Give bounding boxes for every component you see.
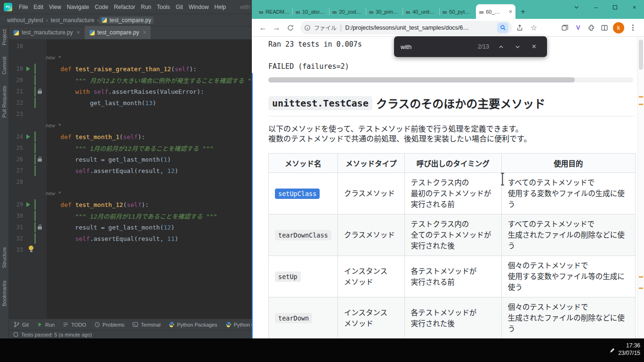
url-text[interactable]: D:/projects/lessons/unit_test_samples/do… [345, 25, 494, 31]
menu-dots-icon[interactable] [626, 21, 639, 35]
code-line-18[interactable]: 18 [9, 41, 252, 52]
menu-tools[interactable]: Tools [154, 4, 173, 10]
toolbar-python-packages[interactable]: Python Packages [169, 321, 217, 328]
browser-tab[interactable]: m10_abo… [292, 4, 329, 19]
browser-tab[interactable]: m60_…× [476, 4, 515, 19]
run-test-icon[interactable] [26, 202, 30, 207]
tool-window-button-commit[interactable]: Commit [1, 57, 7, 74]
address-bar[interactable]: ファイル | D:/projects/lessons/unit_test_sam… [300, 21, 512, 34]
maximize-icon[interactable] [605, 0, 625, 14]
status-widget-icon[interactable] [14, 332, 18, 337]
menu-code[interactable]: Code [92, 4, 111, 10]
breadcrumb-item[interactable]: test_compare.py [99, 16, 153, 24]
menu-navigate[interactable]: Navigate [64, 4, 92, 10]
taskbar-clock[interactable]: 17:36 23/07/15 [618, 342, 640, 357]
horizontal-scrollbar[interactable] [268, 77, 633, 82]
code-line-26[interactable]: 26 result = get_last_month(1) [9, 154, 252, 165]
new-tab-button[interactable]: + [517, 4, 529, 19]
horizontal-scrollbar-thumb[interactable] [268, 77, 575, 82]
tool-window-button-pull-requests[interactable]: Pull Requests [1, 86, 7, 118]
browser-tab[interactable]: mREADM… [256, 4, 292, 19]
close-tab-icon[interactable]: × [77, 29, 80, 36]
refresh-icon[interactable] [284, 24, 297, 32]
browser-tab[interactable]: m20_zod… [329, 4, 366, 19]
tool-window-button-project[interactable]: Project [1, 29, 7, 45]
menu-window[interactable]: Window [186, 4, 212, 10]
toolbar-problems[interactable]: Problems [94, 321, 124, 328]
intention-bulb-icon[interactable] [29, 246, 33, 250]
close-tab-icon[interactable]: × [143, 29, 146, 36]
menu-run[interactable]: Run [138, 4, 154, 10]
code-line-20[interactable]: 20 """ 月が12より大きい場合に例外が発生することを確認する """ [9, 74, 252, 86]
profile-avatar[interactable]: k [613, 22, 624, 33]
code-line-33[interactable]: 33 [9, 244, 252, 255]
code-line-25[interactable]: 25 """ 1月の前月が12月であることを確認する """ [9, 142, 252, 154]
code-line-21[interactable]: 21 with self.assertRaises(ValueError): [9, 86, 252, 97]
browser-tab[interactable]: m30_prin… [366, 4, 402, 19]
code-line-22[interactable]: 22 get_last_month(13) [9, 97, 252, 108]
code-line-29[interactable]: 29 def test_month_12(self): [9, 199, 252, 210]
toolbar-terminal[interactable]: Terminal [132, 321, 161, 328]
breadcrumb-item[interactable]: test_manufacture [48, 16, 97, 24]
collections-icon[interactable] [558, 21, 572, 35]
split-screen-icon[interactable] [598, 21, 611, 35]
toolbar-run[interactable]: Run [37, 321, 55, 328]
code-line-31[interactable]: 31 result = get_last_month(12) [9, 222, 252, 233]
menu-refactor[interactable]: Refactor [111, 4, 138, 10]
browser-tab[interactable]: m50_pyt… [439, 4, 476, 19]
menu-view[interactable]: View [46, 4, 64, 10]
toolbar-git[interactable]: Git [14, 321, 29, 328]
run-test-icon[interactable] [26, 134, 30, 139]
menu-git[interactable]: Git [173, 4, 185, 10]
python-file-icon [14, 30, 19, 35]
method-name[interactable]: tearDown [275, 313, 312, 323]
run-test-icon[interactable] [26, 66, 30, 71]
code-editor[interactable]: 18new *19 def test_raise_greater_than_12… [9, 40, 252, 319]
code-line-28[interactable]: 28 [9, 176, 252, 188]
code-line-32[interactable]: 32 self.assertEqual(result, 11) [9, 233, 252, 244]
close-tab-icon[interactable]: × [509, 8, 512, 15]
find-next-icon[interactable] [511, 41, 524, 53]
method-type-cell: インスタンス メソッド [338, 256, 404, 297]
code-line-24[interactable]: 24 def test_month_1(self): [9, 131, 252, 142]
vertical-scrollbar-thumb[interactable] [639, 40, 643, 70]
browser-tab[interactable]: m40_unit… [402, 4, 439, 19]
code-line-23[interactable]: 23 [9, 108, 252, 120]
vertical-scrollbar[interactable] [637, 37, 644, 338]
share-icon[interactable] [513, 21, 526, 35]
extensions-icon[interactable] [585, 21, 598, 35]
find-input[interactable]: with [401, 43, 474, 50]
markdown-favicon: m [479, 9, 483, 15]
editor-tab[interactable]: test_compare.py× [85, 26, 151, 39]
method-name[interactable]: setUp [275, 272, 301, 282]
find-previous-icon[interactable] [495, 41, 507, 53]
code-line-30[interactable]: 30 """ 12月の前月が11月であることを確認する """ [9, 210, 252, 222]
method-name[interactable]: setUpClass [275, 189, 320, 199]
tab-search-chevron-icon[interactable] [567, 0, 586, 14]
code-line-19[interactable]: 19 def test_raise_greater_than_12(self): [9, 63, 252, 74]
find-on-page-active-icon[interactable] [497, 23, 508, 33]
menu-file[interactable]: File [16, 4, 31, 10]
toolbar-todo[interactable]: TODO [63, 321, 86, 328]
code-line-27[interactable]: 27 self.assertEqual(result, 12) [9, 165, 252, 176]
ime-pen-icon[interactable] [609, 347, 615, 355]
minimize-icon[interactable]: – [586, 0, 605, 14]
editor-tab[interactable]: test_manufacture.py× [9, 26, 85, 39]
back-icon[interactable]: ← [257, 24, 269, 32]
info-icon[interactable] [304, 25, 311, 31]
tool-window-button-structure[interactable]: Structure [1, 247, 7, 268]
forward-icon[interactable]: → [270, 24, 283, 32]
menu-edit[interactable]: Edit [31, 4, 46, 10]
tool-window-button-bookmarks[interactable]: Bookmarks [1, 280, 7, 306]
favorites-star-icon[interactable]: ☆ [527, 21, 540, 35]
screen: PC FileEditViewNavigateCodeRefactorRunTo… [0, 0, 644, 362]
menu-help[interactable]: Help [211, 4, 229, 10]
line-number: 32 [9, 235, 25, 242]
v-extension-icon[interactable]: V [572, 21, 585, 35]
close-window-icon[interactable]: × [625, 0, 644, 14]
find-close-icon[interactable]: × [528, 41, 540, 53]
find-bar[interactable]: with 2/13 × [394, 36, 547, 57]
breadcrumb-item[interactable]: without_pytest [5, 16, 46, 24]
toolbar-python-console[interactable]: Python Console [225, 321, 252, 328]
method-name[interactable]: tearDownClass [275, 230, 331, 240]
